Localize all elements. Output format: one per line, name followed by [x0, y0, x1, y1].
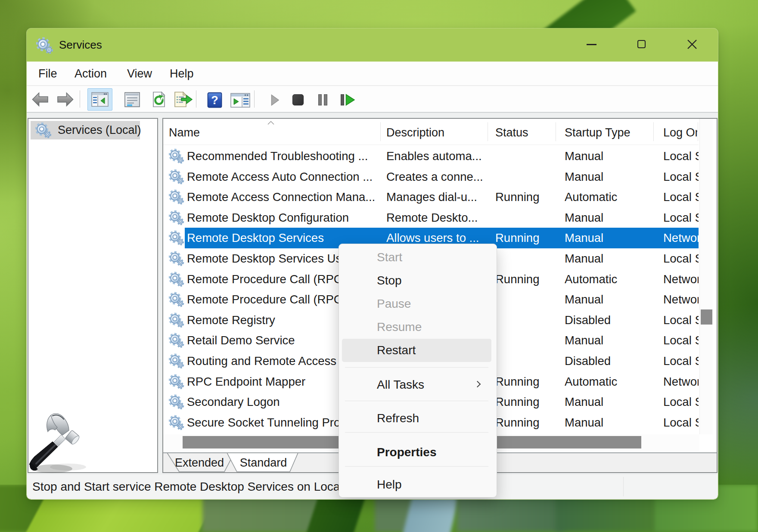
svg-text:?: ? [211, 94, 218, 107]
